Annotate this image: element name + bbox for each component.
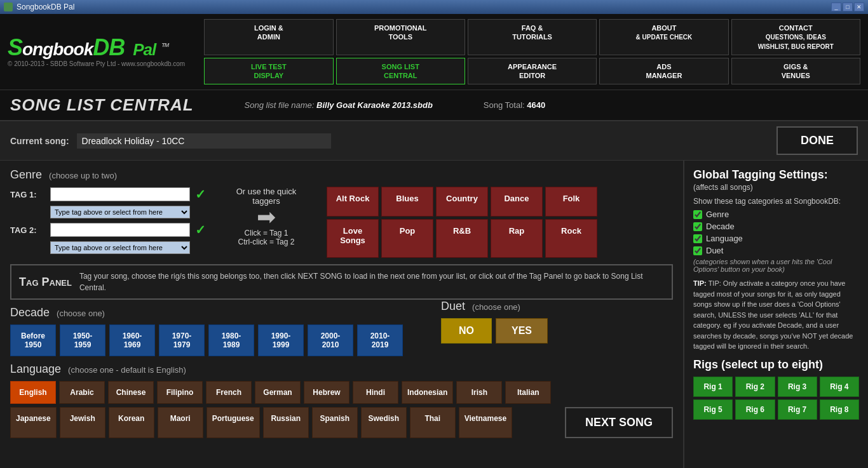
rig-4-button[interactable]: Rig 4 [820, 377, 859, 397]
left-panel: Genre (choose up to two) TAG 1: ✓ Type t… [0, 161, 684, 468]
tag-panel-desc: Tag your song, choose the rig/s this son… [79, 271, 664, 293]
genre-btn-altrock[interactable]: Alt Rock [327, 187, 379, 217]
genre-btn-pop[interactable]: Pop [381, 219, 433, 258]
lang-german[interactable]: German [255, 381, 301, 404]
nav-contact[interactable]: CONTACTquestions, ideaswishlist, bug rep… [731, 19, 860, 55]
duet-no-button[interactable]: NO [441, 318, 492, 344]
genre-btn-lovesongs[interactable]: LoveSongs [327, 219, 379, 258]
rig-6-button[interactable]: Rig 6 [735, 399, 775, 420]
next-song-container: NEXT SONG [565, 407, 673, 438]
rig-3-button[interactable]: Rig 3 [778, 377, 817, 397]
nav-appearance[interactable]: APPEARANCEEDITOR [468, 58, 597, 85]
tags-area: TAG 1: ✓ Type tag above or select from h… [10, 187, 206, 258]
lang-thai[interactable]: Thai [410, 407, 456, 438]
lang-hebrew[interactable]: Hebrew [304, 381, 349, 404]
current-song-value: Dreadlock Holiday - 10CC [77, 133, 331, 149]
tag-panel-label: Tag Panel [19, 276, 72, 289]
lang-italian[interactable]: Italian [505, 381, 551, 404]
lang-hindi[interactable]: Hindi [353, 381, 398, 404]
genre-btn-rap[interactable]: Rap [491, 219, 543, 258]
decade-btn-1980[interactable]: 1980-1989 [208, 324, 254, 356]
checkbox-decade[interactable] [693, 222, 702, 231]
title-bar: SongbookDB Pal _ □ ✕ [0, 0, 868, 14]
copyright: © 2010-2013 - SBDB Software Pty Ltd - ww… [8, 60, 185, 67]
genre-btn-folk[interactable]: Folk [545, 187, 597, 217]
lang-irish[interactable]: Irish [456, 381, 502, 404]
lang-english[interactable]: English [10, 381, 56, 404]
nav-ads[interactable]: ADSMANAGER [599, 58, 728, 85]
rigs-grid: Rig 1 Rig 2 Rig 3 Rig 4 Rig 5 Rig 6 Rig … [693, 377, 859, 420]
close-button[interactable]: ✕ [854, 3, 864, 11]
lang-maori[interactable]: Maori [158, 407, 203, 438]
lang-japanese[interactable]: Japanese [10, 407, 57, 438]
language-row1: English Arabic Chinese Filipino French G… [10, 381, 673, 404]
nav-faq[interactable]: FAQ &TUTORIALS [468, 19, 597, 55]
duet-yes-button[interactable]: YES [496, 318, 548, 344]
nav-about[interactable]: ABOUT& update check [599, 19, 728, 55]
lang-portuguese[interactable]: Portuguese [207, 407, 260, 438]
tag1-input[interactable] [50, 187, 190, 201]
checkbox-decade-row: Decade [693, 222, 859, 231]
lang-jewish[interactable]: Jewish [60, 407, 105, 438]
tag2-input[interactable] [50, 223, 190, 237]
checkbox-language[interactable] [693, 234, 702, 243]
app-icon [4, 3, 13, 11]
decade-btn-1990[interactable]: 1990-1999 [258, 324, 304, 356]
nav-gigs[interactable]: GIGS &VENUES [731, 58, 860, 85]
genre-btn-rnb[interactable]: R&B [436, 219, 488, 258]
tag2-dropdown[interactable]: Type tag above or select from here [50, 241, 190, 254]
decade-btn-2000[interactable]: 2000-2010 [308, 324, 353, 356]
decade-btn-before1950[interactable]: Before1950 [10, 324, 56, 356]
rig-7-button[interactable]: Rig 7 [778, 399, 817, 420]
decade-btn-2010[interactable]: 2010-2019 [357, 324, 403, 356]
rig-1-button[interactable]: Rig 1 [693, 377, 733, 397]
tag1-dropdown-row: Type tag above or select from here [50, 206, 206, 218]
lang-korean[interactable]: Korean [109, 407, 154, 438]
lang-indonesian[interactable]: Indonesian [402, 381, 453, 404]
tag1-dropdown[interactable]: Type tag above or select from here [50, 206, 190, 218]
genre-btn-dance[interactable]: Dance [491, 187, 543, 217]
checkbox-genre[interactable] [693, 210, 702, 219]
tip-content: TIP: Only activate a category once you h… [693, 279, 853, 350]
song-total-value: 4640 [527, 100, 545, 110]
next-song-button[interactable]: NEXT SONG [565, 407, 673, 438]
genre-section: Genre (choose up to two) TAG 1: ✓ Type t… [10, 168, 673, 258]
lang-russian[interactable]: Russian [263, 407, 309, 438]
file-name: Billy Goat Karaoke 2013.sbdb [316, 100, 433, 110]
genre-btn-blues[interactable]: Blues [381, 187, 433, 217]
rig-8-button[interactable]: Rig 8 [820, 399, 859, 420]
global-settings-subtitle: (affects all songs) [693, 183, 859, 192]
lang-arabic[interactable]: Arabic [59, 381, 105, 404]
lang-chinese[interactable]: Chinese [108, 381, 154, 404]
rig-5-button[interactable]: Rig 5 [693, 399, 733, 420]
tag2-row: TAG 2: ✓ [10, 222, 206, 237]
genre-btn-rock[interactable]: Rock [545, 219, 597, 258]
checkbox-duet[interactable] [693, 246, 702, 255]
done-button[interactable]: DONE [776, 126, 858, 155]
lang-spanish[interactable]: Spanish [312, 407, 358, 438]
decade-btn-1970[interactable]: 1970-1979 [159, 324, 205, 356]
lang-swedish[interactable]: Swedish [361, 407, 407, 438]
minimize-button[interactable]: _ [831, 3, 841, 11]
rig-2-button[interactable]: Rig 2 [735, 377, 775, 397]
current-song-label: Current song: [10, 136, 69, 146]
nav-login[interactable]: LOGIN &ADMIN [204, 19, 333, 55]
nav-promo[interactable]: PROMOTIONALTOOLS [336, 19, 465, 55]
maximize-button[interactable]: □ [843, 3, 853, 11]
genre-tag-area: TAG 1: ✓ Type tag above or select from h… [10, 187, 673, 258]
categories-note: (categories shown when a user hits the '… [693, 258, 859, 273]
nav-songlist[interactable]: SONG LISTCENTRAL [336, 58, 465, 85]
lang-french[interactable]: French [206, 381, 252, 404]
decade-btn-1960[interactable]: 1960-1969 [109, 324, 155, 356]
genre-buttons: Alt Rock Blues Country Dance Folk LoveSo… [327, 187, 597, 258]
title-bar-controls[interactable]: _ □ ✕ [831, 3, 864, 11]
language-section: Language (choose one - default is Englis… [10, 363, 673, 438]
quick-tagger-area: Or use the quicktaggers ➡ Click = Tag 1 … [219, 187, 314, 258]
genre-title: Genre (choose up to two) [10, 168, 673, 182]
decade-btn-1950[interactable]: 1950-1959 [60, 324, 105, 356]
lang-vietnamese[interactable]: Vietnamese [459, 407, 513, 438]
duet-section: Duet (choose one) NO YES [441, 300, 548, 344]
lang-filipino[interactable]: Filipino [157, 381, 203, 404]
genre-btn-country[interactable]: Country [436, 187, 488, 217]
nav-live[interactable]: LIVE TESTDISPLAY [204, 58, 333, 85]
